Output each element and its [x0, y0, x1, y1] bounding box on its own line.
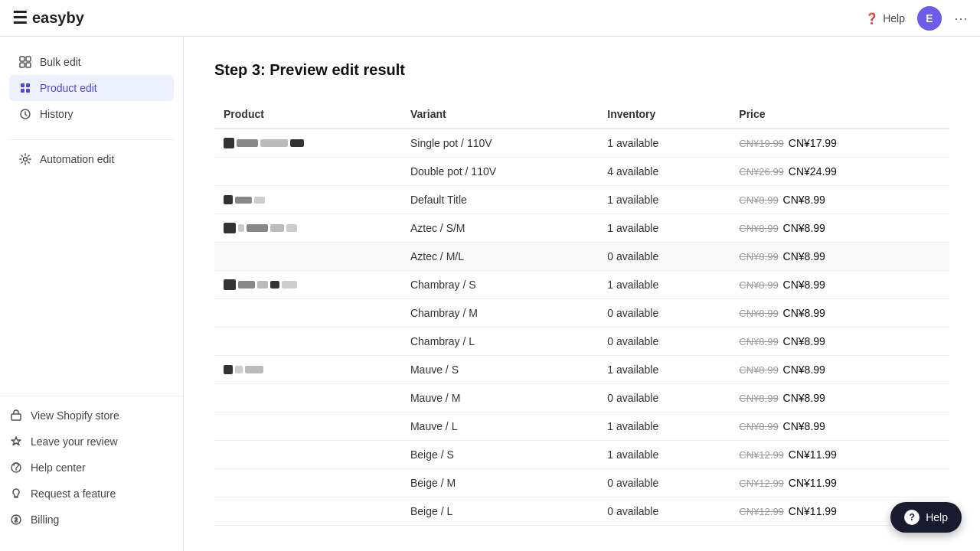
layout: Bulk edit Product edit History [0, 37, 980, 551]
product-cell [214, 299, 401, 328]
help-float-icon: ? [904, 510, 920, 525]
table-row: Chambray / M0 availableCN¥8.99CN¥8.99 [214, 299, 949, 328]
product-thumbnail [224, 279, 392, 290]
topbar: ☰ easyby ❓ Help E ⋯ [0, 0, 980, 37]
col-variant: Variant [401, 100, 598, 129]
price-new: CN¥8.99 [783, 392, 825, 404]
svg-rect-2 [20, 63, 24, 67]
variant-cell: Chambray / L [401, 328, 598, 356]
inventory-cell: 1 available [598, 412, 730, 441]
sidebar-item-view-shopify[interactable]: View Shopify store [0, 403, 183, 429]
price-cell: CN¥8.99CN¥8.99 [730, 299, 949, 328]
price-old: CN¥12.99 [739, 449, 784, 461]
svg-rect-0 [20, 57, 24, 61]
variant-cell: Chambray / S [401, 271, 598, 299]
inventory-cell: 0 available [598, 328, 730, 356]
price-new: CN¥8.99 [783, 279, 825, 291]
sidebar-item-review[interactable]: Leave your review [0, 429, 183, 455]
table-row: Beige / L0 availableCN¥12.99CN¥11.99 [214, 497, 949, 526]
table-row: Aztec / M/L0 availableCN¥8.99CN¥8.99 [214, 243, 949, 271]
price-old: CN¥8.99 [739, 336, 778, 347]
product-thumbnail [224, 195, 392, 204]
sidebar-view-shopify-label: View Shopify store [31, 409, 119, 422]
svg-point-9 [24, 158, 28, 161]
product-cell [214, 243, 401, 271]
sidebar-bottom-section: View Shopify store Leave your review Hel… [0, 396, 183, 539]
sidebar-review-label: Leave your review [31, 435, 118, 448]
help-button[interactable]: ❓ Help [865, 12, 905, 24]
inventory-cell: 4 available [598, 158, 730, 186]
logo: ☰ easyby [12, 8, 84, 28]
more-options-button[interactable]: ⋯ [954, 10, 968, 27]
product-cell [214, 328, 401, 356]
sidebar-item-product-edit[interactable]: Product edit [9, 75, 174, 101]
inventory-cell: 1 available [598, 441, 730, 469]
inventory-cell: 0 available [598, 384, 730, 412]
inventory-cell: 0 available [598, 243, 730, 271]
preview-table: Product Variant Inventory Price Single p… [214, 100, 949, 526]
price-old: CN¥8.99 [739, 364, 778, 376]
table-row: Chambray / L0 availableCN¥8.99CN¥8.99 [214, 328, 949, 356]
price-cell: CN¥12.99CN¥11.99 [730, 441, 949, 469]
variant-cell: Mauve / L [401, 412, 598, 441]
page-title: Step 3: Preview edit result [214, 61, 949, 79]
svg-rect-7 [26, 89, 30, 93]
table-row: Mauve / S1 availableCN¥8.99CN¥8.99 [214, 356, 949, 384]
inventory-cell: 1 available [598, 271, 730, 299]
product-cell [214, 158, 401, 186]
table-row: Beige / M0 availableCN¥12.99CN¥11.99 [214, 469, 949, 497]
store-icon [9, 409, 23, 422]
sidebar-automation-section: Automation edit [0, 146, 183, 172]
price-cell: CN¥8.99CN¥8.99 [730, 384, 949, 412]
table-row: Mauve / M0 availableCN¥8.99CN¥8.99 [214, 384, 949, 412]
variant-cell: Beige / S [401, 441, 598, 469]
main-content: Step 3: Preview edit result Product Vari… [184, 37, 980, 551]
logo-text: easyby [32, 9, 84, 27]
variant-cell: Default Title [401, 186, 598, 214]
price-cell: CN¥8.99CN¥8.99 [730, 243, 949, 271]
price-old: CN¥12.99 [739, 478, 784, 489]
sidebar-item-history[interactable]: History [9, 101, 174, 127]
sidebar-item-billing[interactable]: Billing [0, 507, 183, 533]
sidebar-history-label: History [40, 108, 74, 120]
table-row: Chambray / S1 availableCN¥8.99CN¥8.99 [214, 271, 949, 299]
product-cell [214, 441, 401, 469]
sidebar-item-help-center[interactable]: Help center [0, 455, 183, 481]
price-cell: CN¥8.99CN¥8.99 [730, 328, 949, 356]
sidebar-request-feature-label: Request a feature [31, 487, 116, 500]
product-cell [214, 356, 401, 384]
variant-cell: Chambray / M [401, 299, 598, 328]
sidebar-help-center-label: Help center [31, 461, 86, 474]
help-circle-icon: ❓ [865, 12, 878, 24]
table-header-row: Product Variant Inventory Price [214, 100, 949, 129]
price-old: CN¥8.99 [739, 223, 778, 234]
product-cell [214, 469, 401, 497]
price-new: CN¥11.99 [789, 448, 837, 461]
price-new: CN¥8.99 [783, 335, 825, 347]
sidebar-item-request-feature[interactable]: Request a feature [0, 481, 183, 507]
sidebar-item-automation-edit[interactable]: Automation edit [9, 146, 174, 172]
price-old: CN¥12.99 [739, 506, 784, 517]
col-price: Price [730, 100, 949, 129]
variant-cell: Mauve / M [401, 384, 598, 412]
table-row: Mauve / L1 availableCN¥8.99CN¥8.99 [214, 412, 949, 441]
price-new: CN¥17.99 [789, 137, 837, 149]
price-new: CN¥24.99 [789, 165, 837, 178]
price-new: CN¥8.99 [783, 364, 825, 376]
price-cell: CN¥26.99CN¥24.99 [730, 158, 949, 186]
product-thumbnail [224, 223, 392, 233]
inventory-cell: 1 available [598, 214, 730, 243]
help-float-button[interactable]: ? Help [890, 502, 962, 533]
table-row: Beige / S1 availableCN¥12.99CN¥11.99 [214, 441, 949, 469]
inventory-cell: 0 available [598, 299, 730, 328]
price-old: CN¥8.99 [739, 194, 778, 206]
sidebar-billing-label: Billing [31, 514, 59, 526]
col-product: Product [214, 100, 401, 129]
variant-cell: Double pot / 110V [401, 158, 598, 186]
product-cell [214, 497, 401, 526]
product-icon [18, 81, 32, 95]
star-icon [9, 435, 23, 448]
avatar[interactable]: E [917, 6, 942, 31]
gear-icon [18, 152, 32, 166]
sidebar-item-bulk-edit[interactable]: Bulk edit [9, 49, 174, 75]
